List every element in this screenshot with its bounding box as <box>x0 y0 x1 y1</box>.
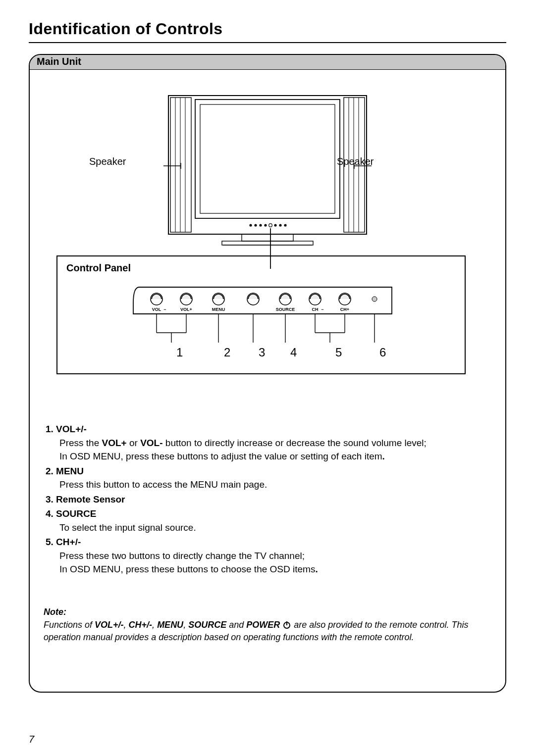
diagram-area: Speaker Speaker <box>30 80 505 392</box>
description-head: 3. Remote Sensor <box>46 493 489 506</box>
main-unit-box: Main Unit Speaker Speaker <box>29 54 506 693</box>
page-number: 7 <box>29 734 34 745</box>
callout-num-2: 2 <box>224 346 230 359</box>
page-title: Identification of Controls <box>29 20 506 38</box>
svg-rect-20 <box>222 241 313 245</box>
svg-text:−: − <box>321 307 323 312</box>
svg-rect-9 <box>195 100 340 218</box>
description-head: 1. VOL+/- <box>46 422 489 436</box>
svg-point-13 <box>259 224 262 226</box>
speaker-label-left: Speaker <box>89 156 126 167</box>
svg-text:CH: CH <box>312 307 319 312</box>
callout-num-5: 5 <box>335 346 342 359</box>
description-body-line: Press the VOL+ or VOL- button to directl… <box>46 436 489 450</box>
description-item: 2. MENUPress this button to access the M… <box>46 464 489 492</box>
description-item: 5. CH+/-Press these two buttons to direc… <box>46 535 489 576</box>
description-body-line: To select the input signal source. <box>46 521 489 535</box>
svg-point-14 <box>264 224 267 226</box>
callout-num-4: 4 <box>290 346 297 359</box>
control-panel-box: Control Panel <box>56 255 466 374</box>
note-block: Note: Functions of VOL+/-, CH+/-, MENU, … <box>30 577 505 644</box>
svg-text:VOL: VOL <box>152 307 161 312</box>
svg-point-12 <box>254 224 257 226</box>
svg-point-11 <box>249 224 252 226</box>
description-head: 5. CH+/- <box>46 535 489 549</box>
svg-text:CH+: CH+ <box>340 307 349 312</box>
svg-point-16 <box>274 224 276 226</box>
svg-text:−: − <box>163 307 166 312</box>
callout-num-6: 6 <box>379 346 386 359</box>
description-body-line: In OSD MENU, press these buttons to adju… <box>46 450 489 463</box>
description-head: 4. SOURCE <box>46 507 489 521</box>
svg-rect-10 <box>200 104 335 213</box>
callout-num-3: 3 <box>259 346 265 359</box>
svg-point-17 <box>279 224 281 226</box>
control-panel-illustration: VOL− VOL+ MENU SOURCE CH− CH+ <box>129 283 407 353</box>
control-panel-title: Control Panel <box>66 262 456 274</box>
tv-illustration <box>163 91 372 269</box>
svg-rect-19 <box>242 234 293 241</box>
note-head: Note: <box>44 606 491 619</box>
svg-text:VOL+: VOL+ <box>180 307 192 312</box>
descriptions-block: 1. VOL+/-Press the VOL+ or VOL- button t… <box>30 392 505 576</box>
note-body: Functions of VOL+/-, CH+/-, MENU, SOURCE… <box>44 619 491 644</box>
power-icon <box>283 622 290 629</box>
svg-point-15 <box>269 224 272 227</box>
description-item: 3. Remote Sensor <box>46 493 489 506</box>
description-head: 2. MENU <box>46 464 489 478</box>
title-rule <box>29 42 506 43</box>
description-body-line: In OSD MENU, press these buttons to choo… <box>46 562 489 576</box>
description-item: 1. VOL+/-Press the VOL+ or VOL- button t… <box>46 422 489 463</box>
svg-point-18 <box>284 224 286 226</box>
svg-point-35 <box>372 297 377 302</box>
callout-num-1: 1 <box>176 346 183 359</box>
svg-text:SOURCE: SOURCE <box>276 307 295 312</box>
description-item: 4. SOURCETo select the input signal sour… <box>46 507 489 534</box>
description-body-line: Press these two buttons to directly chan… <box>46 549 489 563</box>
svg-text:MENU: MENU <box>212 307 225 312</box>
main-unit-header: Main Unit <box>30 55 505 70</box>
description-body-line: Press this button to access the MENU mai… <box>46 478 489 492</box>
